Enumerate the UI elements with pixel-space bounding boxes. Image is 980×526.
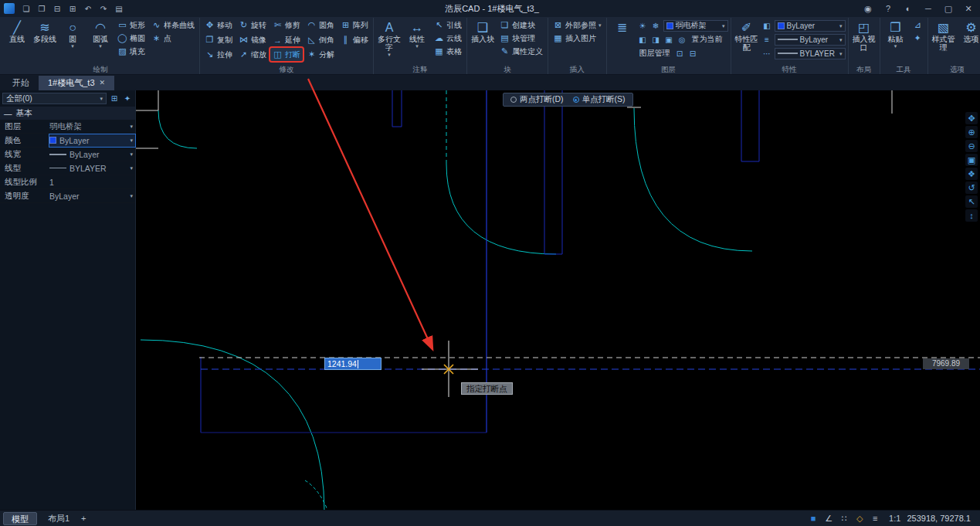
attribute-define-button[interactable]: ✎ 属性定义 bbox=[497, 45, 545, 58]
app-logo[interactable] bbox=[4, 3, 15, 14]
point-button[interactable]: ∗ 点 bbox=[149, 32, 197, 45]
user-account-icon[interactable]: ◉ bbox=[858, 4, 878, 14]
zoom-window-icon[interactable]: ▣ bbox=[965, 154, 978, 166]
drawing-canvas[interactable]: 两点打断(D) 单点打断(S) 1241.94 7969.89 指定打断点 ✥ … bbox=[136, 90, 980, 510]
prop-row-layer[interactable]: 图层 弱电桥架 ▾ bbox=[0, 120, 135, 134]
trim-button[interactable]: ✄ 修剪 bbox=[270, 19, 303, 32]
leader-button[interactable]: ↖ 引线 bbox=[432, 19, 464, 32]
prop-row-transparency[interactable]: 透明度 ByLayer ▾ bbox=[0, 189, 135, 203]
line-button[interactable]: ╱ 直线 bbox=[4, 19, 30, 64]
chevron-down-icon[interactable]: ▾ bbox=[130, 165, 133, 171]
selection-filter-dropdown[interactable]: 全部(0) ▾ bbox=[2, 93, 107, 104]
pan-icon[interactable]: ✥ bbox=[965, 112, 978, 124]
add-layout-button[interactable]: + bbox=[77, 514, 90, 523]
zoom-in-icon[interactable]: ⊕ bbox=[965, 126, 978, 138]
copy-button[interactable]: ❐ 复制 bbox=[202, 33, 235, 46]
insert-viewport-button[interactable]: ◰ 插入视口 bbox=[851, 19, 877, 64]
mtext-button[interactable]: A 多行文字 ▾ bbox=[376, 19, 402, 64]
object-snap-icon[interactable]: ◇ bbox=[852, 514, 867, 524]
layer-lock-icon[interactable]: ▣ bbox=[663, 34, 675, 46]
close-button[interactable]: ✕ bbox=[958, 4, 978, 14]
insert-image-button[interactable]: ▦ 插入图片 bbox=[551, 32, 604, 45]
scale-button[interactable]: ➚ 缩放 bbox=[236, 48, 269, 61]
layout1-tab[interactable]: 布局1 bbox=[40, 512, 77, 525]
mirror-button[interactable]: ⋈ 镜像 bbox=[236, 33, 269, 46]
set-current-layer-button[interactable]: 置为当前 bbox=[690, 33, 725, 46]
quick-select-tool-button[interactable]: ✦ bbox=[910, 32, 925, 45]
style-manager-button[interactable]: ▧ 样式管理 bbox=[931, 19, 957, 64]
layer-properties-button[interactable]: ≣ bbox=[609, 19, 636, 64]
layer-isolate-icon[interactable]: ◧ bbox=[637, 34, 649, 46]
lineweight-dropdown[interactable]: ByLayer ▾ bbox=[775, 34, 846, 46]
block-manager-button[interactable]: ▤ 块管理 bbox=[497, 32, 545, 45]
open-file-icon[interactable]: ❐ bbox=[35, 5, 49, 13]
display-menu-icon[interactable]: ≡ bbox=[867, 514, 883, 523]
color-dropdown[interactable]: ByLayer ▾ bbox=[775, 20, 846, 32]
break-button[interactable]: ◫ 打断 bbox=[270, 48, 303, 61]
insert-block-button[interactable]: ❑ 插入块 bbox=[470, 19, 496, 64]
prop-row-linetype-scale[interactable]: 线型比例 1 bbox=[0, 175, 135, 189]
toggle-pickadd-icon[interactable]: ⊞ bbox=[109, 94, 120, 103]
model-tab[interactable]: 模型 bbox=[3, 512, 37, 525]
section-basic[interactable]: — 基本 bbox=[0, 107, 135, 120]
maximize-button[interactable]: ▢ bbox=[938, 4, 958, 14]
zoom-out-icon[interactable]: ⊖ bbox=[965, 140, 978, 152]
fullscreen-icon[interactable]: ↕ bbox=[965, 209, 978, 222]
measure-tool-button[interactable]: ⊿ bbox=[910, 19, 925, 32]
previous-view-icon[interactable]: ↖ bbox=[965, 195, 978, 208]
array-button[interactable]: ⊞ 阵列 bbox=[338, 19, 371, 32]
model-space-icon[interactable]: ■ bbox=[805, 514, 821, 523]
chevron-down-icon[interactable]: ▾ bbox=[130, 193, 133, 199]
layer-unisolate-icon[interactable]: ◨ bbox=[650, 34, 662, 46]
polyline-button[interactable]: ≋ 多段线 bbox=[32, 19, 58, 64]
create-block-button[interactable]: ❏ 创建块 bbox=[497, 19, 545, 32]
arc-button[interactable]: ◠ 圆弧 ▾ bbox=[87, 19, 114, 64]
layer-freeze-icon[interactable]: ❄ bbox=[650, 20, 662, 32]
layer-match-icon[interactable]: ⊡ bbox=[674, 48, 686, 59]
two-point-break-option[interactable]: 两点打断(D) bbox=[510, 94, 564, 105]
zoom-extents-icon[interactable]: ❖ bbox=[965, 168, 978, 180]
quick-select-icon[interactable]: ✦ bbox=[122, 94, 133, 103]
grid-icon[interactable]: ∷ bbox=[836, 514, 852, 524]
paste-button[interactable]: ❒ 粘贴 ▾ bbox=[883, 19, 909, 64]
revcloud-button[interactable]: ☁ 云线 bbox=[432, 32, 464, 45]
tab-document[interactable]: 1#楼电气_t3 ✕ bbox=[39, 76, 114, 90]
print-icon[interactable]: ▤ bbox=[112, 5, 126, 13]
hatch-button[interactable]: ▨ 填充 bbox=[115, 45, 148, 58]
tab-start[interactable]: 开始 bbox=[3, 76, 39, 90]
layer-walk-icon[interactable]: ⊟ bbox=[687, 48, 699, 59]
polar-tracking-icon[interactable]: ∠ bbox=[821, 514, 836, 524]
xref-button[interactable]: ⊠ 外部参照 ▾ bbox=[551, 19, 604, 32]
spline-button[interactable]: ∿ 样条曲线 bbox=[149, 19, 197, 32]
chamfer-button[interactable]: ◺ 倒角 bbox=[304, 33, 337, 46]
layer-dropdown[interactable]: 弱电桥架 ▾ bbox=[663, 20, 728, 32]
radio-unselected-icon[interactable] bbox=[510, 97, 517, 103]
minimize-button[interactable]: ─ bbox=[918, 4, 938, 13]
undo-icon[interactable]: ↶ bbox=[81, 5, 95, 13]
match-properties-button[interactable]: ✐ 特性匹配 bbox=[734, 19, 760, 64]
help-icon[interactable]: ? bbox=[878, 4, 898, 13]
layer-off-icon[interactable]: ◎ bbox=[677, 34, 688, 46]
rectangle-button[interactable]: ▭ 矩形 bbox=[115, 19, 148, 32]
save-icon[interactable]: ⊟ bbox=[50, 5, 64, 13]
orbit-icon[interactable]: ↺ bbox=[965, 182, 978, 194]
layer-manager-button[interactable]: 图层管理 bbox=[637, 47, 673, 60]
redo-icon[interactable]: ↷ bbox=[97, 5, 110, 13]
chevron-down-icon[interactable]: ▾ bbox=[130, 124, 133, 129]
prop-row-lineweight[interactable]: 线宽 ByLayer ▾ bbox=[0, 148, 135, 161]
layer-on-icon[interactable]: ☀ bbox=[637, 20, 649, 32]
explode-button[interactable]: ✶ 分解 bbox=[304, 48, 337, 61]
radio-selected-icon[interactable] bbox=[573, 97, 579, 103]
theme-icon[interactable]: ◐ bbox=[898, 4, 918, 13]
new-file-icon[interactable]: ❏ bbox=[19, 5, 33, 13]
stretch-button[interactable]: ↘ 拉伸 bbox=[202, 48, 235, 61]
annotation-scale[interactable]: 1:1 bbox=[889, 514, 900, 523]
options-button[interactable]: ⚙ 选项 bbox=[958, 19, 980, 64]
ellipse-button[interactable]: ◯ 椭圆 bbox=[115, 32, 148, 45]
rotate-button[interactable]: ↻ 旋转 bbox=[236, 19, 269, 32]
tab-close-icon[interactable]: ✕ bbox=[100, 76, 106, 90]
chevron-down-icon[interactable]: ▾ bbox=[130, 137, 133, 143]
fillet-button[interactable]: ◠ 圆角 bbox=[304, 19, 337, 32]
table-button[interactable]: ▦ 表格 bbox=[432, 45, 464, 58]
move-button[interactable]: ✥ 移动 bbox=[202, 19, 235, 32]
